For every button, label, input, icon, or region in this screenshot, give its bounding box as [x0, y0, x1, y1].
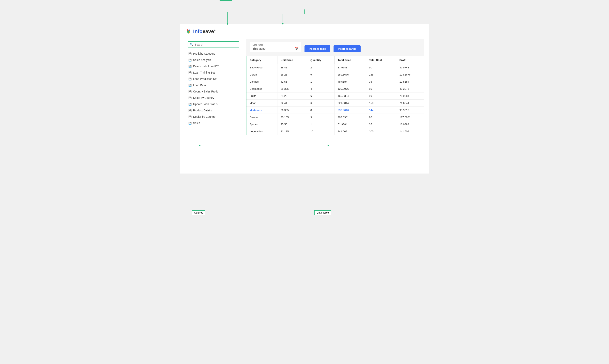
table-cell: Cosmetics [247, 85, 277, 92]
table-cell: 16.9384 [396, 121, 424, 128]
table-cell: 165.9384 [334, 92, 366, 100]
date-range-label: Date range [253, 44, 299, 46]
sidebar-item-update-loan-status[interactable]: 💾 Update Loan Status [185, 101, 242, 107]
sidebar-item-label: Sales by Country [193, 96, 214, 99]
table-cell: 75.9384 [396, 92, 424, 100]
table-cell: 38.41 [277, 64, 307, 71]
db-icon: 💾 [188, 59, 192, 62]
table-cell: 80 [366, 85, 396, 92]
sidebar-item-loan-training-set[interactable]: 💾 Loan Training Set [185, 69, 242, 76]
db-icon: 💾 [188, 103, 192, 106]
sidebar-item-sales-by-country[interactable]: 💾 Sales by Country [185, 95, 242, 101]
col-header-quantity: Quantity [307, 56, 334, 64]
db-icon: 💾 [188, 90, 192, 93]
table-row: Spices45.56151.93843516.9384 [247, 121, 424, 128]
table-cell: 6 [307, 92, 334, 100]
table-cell: Snacks [247, 114, 277, 121]
table-cell: 2 [307, 64, 334, 71]
table-row: Cereal25.269259.1676135124.1676 [247, 71, 424, 78]
sidebar-item-label: Loan Training Set [193, 71, 215, 74]
table-cell: 8 [307, 107, 334, 114]
top-controls-bar: Date range This Month 📅 Insert as table … [246, 39, 424, 56]
col-header-total-cost: Total Cost [366, 56, 396, 64]
table-cell: 35 [366, 121, 396, 128]
table-cell: 241.509 [334, 128, 366, 135]
table-cell: 90 [366, 114, 396, 121]
data-table-wrap: Category Unit Price Quantity Total Price… [246, 56, 424, 135]
col-header-unit-price: Unit Price [277, 56, 307, 64]
date-range-value: This Month 📅 [253, 47, 299, 51]
sidebar-item-sales[interactable]: 💾 Sales [185, 120, 242, 126]
col-header-profit: Profit [396, 56, 424, 64]
table-cell: Cereal [247, 71, 277, 78]
table-cell: 35 [366, 78, 396, 85]
table-cell: 207.0981 [334, 114, 366, 121]
data-table-annotation-label: Data Table [314, 210, 331, 215]
db-icon: 💾 [188, 65, 192, 68]
table-cell: 24.26 [277, 92, 307, 100]
table-cell: 239.9016 [334, 107, 366, 114]
db-icon: 💾 [188, 109, 192, 112]
table-cell: 144 [366, 107, 396, 114]
table-row: Meat32.416221.684415071.6844 [247, 100, 424, 107]
sidebar-item-label: Product Details [193, 109, 212, 112]
table-cell: 117.0981 [396, 114, 424, 121]
sidebar-item-product-details[interactable]: 💾 Product Details [185, 107, 242, 114]
table-cell: 90 [366, 92, 396, 100]
table-cell: 10 [307, 128, 334, 135]
db-icon: 💾 [188, 78, 192, 80]
queries-annotation-label: Queries [192, 210, 205, 215]
table-cell: 1 [307, 78, 334, 85]
table-cell: 26.305 [277, 107, 307, 114]
col-header-total-price: Total Price [334, 56, 366, 64]
table-header-row: Category Unit Price Quantity Total Price… [247, 56, 424, 64]
table-cell: 42.56 [277, 78, 307, 85]
table-cell: 135 [366, 71, 396, 78]
table-cell: 21.185 [277, 128, 307, 135]
table-cell: 37.5748 [396, 64, 424, 71]
table-cell: 50 [366, 64, 396, 71]
sidebar-item-sales-analysis[interactable]: 💾 Sales Analysis [185, 57, 242, 63]
table-cell: 87.5748 [334, 64, 366, 71]
logo: Infoeave® [185, 28, 424, 35]
calendar-icon[interactable]: 📅 [295, 47, 299, 51]
sidebar-item-label: Profit by Category [193, 52, 215, 55]
table-cell: 20.185 [277, 114, 307, 121]
table-cell: 9 [307, 114, 334, 121]
table-row: Snacks20.1859207.098190117.0981 [247, 114, 424, 121]
db-icon: 💾 [188, 52, 192, 55]
search-input[interactable] [195, 43, 237, 46]
db-icon: 💾 [188, 84, 192, 87]
table-cell: 95.9016 [396, 107, 424, 114]
sidebar-item-profit-by-category[interactable]: 💾 Profit by Category [185, 51, 242, 57]
table-row: Cosmetics28.3354129.20768049.2076 [247, 85, 424, 92]
right-content: Date range This Month 📅 Insert as table … [242, 39, 424, 135]
sidebar-item-dealer-by-country[interactable]: 💾 Dealer by Country [185, 114, 242, 120]
table-cell: 221.6844 [334, 100, 366, 107]
insert-as-table-button[interactable]: Insert as table [304, 45, 330, 52]
table-cell: Spices [247, 121, 277, 128]
search-box-wrap[interactable]: 🔍 [188, 41, 239, 48]
sidebar-item-country-sales-profit[interactable]: 💾 Country Sales Profit [185, 88, 242, 95]
table-cell: 13.5184 [396, 78, 424, 85]
logo-text: Infoeave® [193, 28, 215, 35]
sidebar-item-delete-data-iot[interactable]: 💾 Delete data from IOT [185, 63, 242, 69]
table-row: Medicines26.3058239.901614495.9016 [247, 107, 424, 114]
table-cell: 1 [307, 121, 334, 128]
sidebar-item-label: Update Loan Status [193, 103, 218, 106]
table-cell: Meat [247, 100, 277, 107]
date-range-group[interactable]: Date range This Month 📅 [250, 42, 301, 52]
table-row: Clothes42.56148.51843513.5184 [247, 78, 424, 85]
sidebar-item-label: Dealer by Country [193, 115, 215, 118]
sidebar-item-load-prediction-set[interactable]: 💾 Load Prediction Set [185, 76, 242, 82]
db-icon: 💾 [188, 115, 192, 118]
table-cell: 150 [366, 100, 396, 107]
sidebar-item-label: Delete data from IOT [193, 65, 219, 68]
table-cell: 6 [307, 100, 334, 107]
table-cell: Vegetables [247, 128, 277, 135]
table-cell: 141.509 [396, 128, 424, 135]
sidebar-item-label: Load Prediction Set [193, 77, 217, 80]
insert-as-range-button[interactable]: Insert as range [333, 45, 360, 52]
table-cell: 129.2076 [334, 85, 366, 92]
sidebar-item-loan-data[interactable]: 💾 Loan Data [185, 82, 242, 88]
